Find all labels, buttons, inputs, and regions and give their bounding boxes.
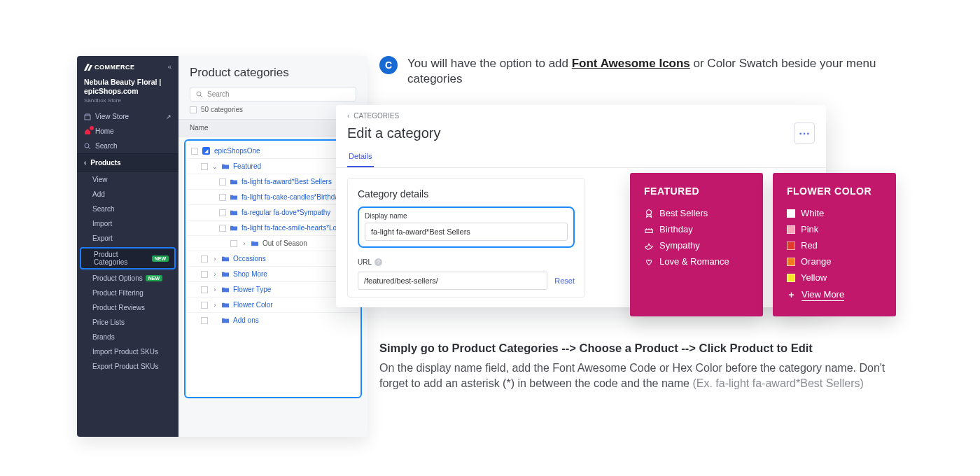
svg-point-8 — [647, 209, 652, 214]
instruction-body: Simply go to Product Categories --> Choo… — [379, 342, 897, 391]
folder-icon — [230, 209, 237, 216]
tree-node[interactable]: fa-light fa-cake-candles*Birthday — [187, 190, 359, 205]
sidebar-item-product-reviews[interactable]: Product Reviews — [77, 300, 178, 315]
preview-view-more[interactable]: ＋View More — [787, 286, 882, 304]
swatch-icon — [787, 225, 795, 234]
category-tree: ◢epicShopsOne ⌄Featured fa-light fa-awar… — [184, 139, 362, 398]
chevron-right-icon[interactable]: › — [212, 271, 218, 278]
sidebar-item-product-filtering[interactable]: Product Filtering — [77, 286, 178, 300]
display-name-input[interactable] — [365, 223, 568, 241]
category-details-panel: Category details Display name URL ? Rese… — [347, 178, 585, 298]
svg-rect-2 — [85, 115, 90, 120]
panel-title: Category details — [358, 188, 575, 200]
instruction-path: Simply go to Product Categories --> Choo… — [379, 342, 897, 355]
tree-node-shopmore[interactable]: ›Shop More — [187, 267, 359, 282]
folder-icon — [222, 302, 229, 309]
sidebar-collapse-icon[interactable]: « — [167, 63, 172, 71]
sidebar-item-product-options[interactable]: Product Options NEW — [77, 271, 178, 286]
chevron-right-icon[interactable]: › — [212, 255, 218, 262]
tree-node-root[interactable]: ◢epicShopsOne — [187, 144, 359, 159]
dove-icon — [644, 241, 654, 251]
tree-node[interactable]: fa-light fa-award*Best Sellers — [187, 174, 359, 190]
reset-link[interactable]: Reset — [554, 276, 575, 285]
svg-rect-9 — [645, 230, 653, 232]
sidebar-item-search[interactable]: Search — [77, 139, 178, 153]
external-link-icon: ↗ — [166, 113, 172, 120]
preview-item-sympathy[interactable]: Sympathy — [644, 237, 749, 253]
notification-badge — [90, 126, 94, 130]
preview-swatch-orange[interactable]: Orange — [787, 253, 882, 270]
tab-details[interactable]: Details — [347, 148, 374, 167]
chevron-down-icon[interactable]: ⌄ — [212, 163, 218, 170]
preview-flower-color-card: FLOWER COLOR White Pink Red Orange Yello… — [773, 173, 896, 316]
preview-item-love[interactable]: Love & Romance — [644, 253, 749, 270]
sidebar-item-brands[interactable]: Brands — [77, 330, 178, 344]
tree-node[interactable]: fa-light fa-face-smile-hearts*Love — [187, 220, 359, 236]
folder-icon — [222, 286, 229, 293]
sidebar-item-view[interactable]: View — [77, 172, 178, 187]
swatch-icon — [787, 241, 795, 250]
sidebar-item-search-products[interactable]: Search — [77, 202, 178, 216]
tree-node-flowertype[interactable]: ›Flower Type — [187, 282, 359, 298]
preview-item-best-sellers[interactable]: Best Sellers — [644, 205, 749, 221]
sidebar-item-home[interactable]: Home — [77, 124, 178, 139]
folder-icon — [222, 255, 229, 262]
admin-sidebar: COMMERCE « Nebula Beauty Floral | epicSh… — [77, 56, 178, 437]
step-letter-badge: C — [379, 56, 398, 74]
brand-logo: COMMERCE — [84, 64, 135, 71]
sidebar-item-price-lists[interactable]: Price Lists — [77, 315, 178, 330]
preview-item-birthday[interactable]: Birthday — [644, 221, 749, 237]
tree-node-addons[interactable]: Add ons — [187, 313, 359, 328]
chevron-left-icon: ‹ — [84, 159, 86, 167]
new-badge: NEW — [146, 275, 162, 281]
chevron-right-icon[interactable]: › — [212, 286, 218, 293]
tree-node-occasions[interactable]: ›Occasions — [187, 251, 359, 267]
display-name-label: Display name — [365, 212, 568, 220]
swatch-icon — [787, 258, 795, 266]
svg-line-6 — [200, 95, 202, 97]
sidebar-item-import-skus[interactable]: Import Product SKUs — [77, 344, 178, 359]
sidebar-item-add[interactable]: Add — [77, 187, 178, 202]
folder-icon — [222, 317, 229, 324]
dashboard-screenshot: COMMERCE « Nebula Beauty Floral | epicSh… — [77, 56, 368, 437]
font-awesome-link[interactable]: Font Awesome Icons — [572, 57, 690, 70]
plus-icon: ＋ — [787, 288, 796, 301]
step-c-text: You will have the option to add Font Awe… — [407, 56, 904, 87]
cake-icon — [644, 225, 654, 234]
sidebar-section-products[interactable]: ‹ Products — [77, 153, 178, 172]
url-input[interactable] — [358, 272, 547, 290]
chevron-right-icon[interactable]: › — [241, 240, 247, 247]
sidebar-item-export[interactable]: Export — [77, 231, 178, 246]
tree-node-featured[interactable]: ⌄Featured — [187, 159, 359, 174]
tree-node[interactable]: fa-regular fa-dove*Sympathy — [187, 205, 359, 220]
award-icon — [644, 209, 654, 218]
sidebar-item-view-store[interactable]: View Store ↗ — [77, 109, 178, 124]
chevron-right-icon[interactable]: › — [212, 302, 218, 309]
sidebar-header: COMMERCE « — [77, 56, 178, 75]
category-count-row: 50 categories — [190, 106, 356, 113]
tree-node-flowercolor[interactable]: ›Flower Color — [187, 298, 359, 313]
preview-featured-title: FEATURED — [644, 186, 749, 197]
breadcrumb[interactable]: ‹ CATEGORIES — [336, 105, 826, 120]
sidebar-item-product-categories[interactable]: Product Categories NEW — [80, 247, 176, 270]
page-title: Product categories — [178, 66, 368, 87]
search-icon — [196, 91, 203, 98]
tree-node[interactable]: ›Out of Season — [187, 236, 359, 251]
folder-icon — [230, 178, 237, 186]
preview-swatch-white[interactable]: White — [787, 205, 882, 221]
folder-icon — [222, 271, 229, 278]
instruction-detail: On the display name field, add the Font … — [379, 360, 897, 391]
more-actions-button[interactable]: ⋯ — [794, 122, 815, 144]
help-icon[interactable]: ? — [374, 258, 382, 266]
new-badge: NEW — [152, 255, 169, 262]
search-icon — [84, 143, 91, 150]
sidebar-item-export-skus[interactable]: Export Product SKUs — [77, 359, 178, 374]
preview-featured-card: FEATURED Best Sellers Birthday Sympathy … — [630, 173, 763, 316]
select-all-checkbox[interactable] — [190, 106, 197, 113]
preview-swatch-red[interactable]: Red — [787, 237, 882, 253]
sidebar-item-import[interactable]: Import — [77, 216, 178, 231]
search-input[interactable]: Search — [190, 87, 356, 102]
preview-swatch-pink[interactable]: Pink — [787, 221, 882, 237]
preview-flower-color-title: FLOWER COLOR — [787, 186, 882, 197]
preview-swatch-yellow[interactable]: Yellow — [787, 270, 882, 286]
